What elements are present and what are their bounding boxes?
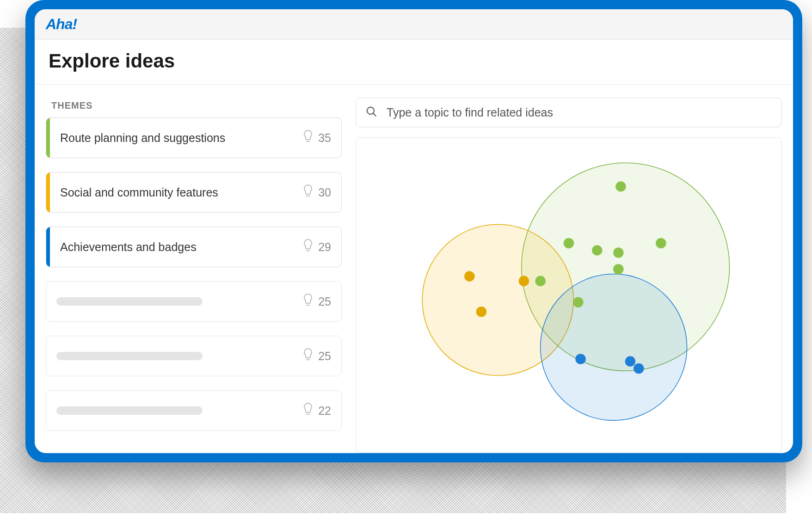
dot-green-2[interactable] [613, 247, 623, 258]
theme-card-5[interactable]: 22 [46, 390, 342, 431]
dot-green-5[interactable] [573, 297, 583, 307]
theme-accent [46, 172, 50, 212]
theme-card-3[interactable]: 25 [46, 281, 342, 322]
themes-sidebar: THEMES Route planning and suggestions35S… [46, 98, 342, 453]
lightbulb-icon [302, 293, 314, 310]
theme-card-0[interactable]: Route planning and suggestions35 [46, 117, 342, 158]
theme-card-1[interactable]: Social and community features30 [46, 172, 342, 213]
theme-accent [46, 118, 50, 158]
theme-accent [46, 227, 50, 267]
theme-label: Route planning and suggestions [50, 131, 302, 145]
theme-card-2[interactable]: Achievements and badges29 [46, 227, 342, 267]
brand-logo: Aha! [46, 16, 77, 33]
device-frame: Aha! Explore ideas THEMES Route planning… [25, 0, 802, 462]
dot-yellow-0[interactable] [464, 271, 474, 281]
cluster-visualization[interactable] [356, 137, 782, 453]
content-area: THEMES Route planning and suggestions35S… [35, 85, 793, 453]
theme-count: 22 [302, 402, 341, 419]
dot-green-6[interactable] [564, 238, 574, 248]
theme-count: 25 [302, 293, 341, 310]
dot-yellow-2[interactable] [519, 276, 529, 286]
lightbulb-icon [302, 239, 314, 255]
dot-green-3[interactable] [613, 264, 623, 274]
main-panel [356, 98, 782, 453]
cluster-blue[interactable] [541, 274, 687, 421]
theme-placeholder-bar [56, 352, 292, 360]
theme-count-value: 25 [318, 295, 331, 308]
topic-search-input[interactable] [387, 106, 772, 119]
theme-label: Achievements and badges [50, 240, 302, 254]
theme-placeholder-bar [56, 406, 292, 415]
svg-line-7 [373, 113, 376, 116]
cluster-svg [356, 138, 781, 453]
lightbulb-icon [302, 348, 314, 364]
themes-heading: THEMES [46, 98, 342, 117]
theme-placeholder-bar [56, 297, 292, 306]
dot-green-4[interactable] [656, 238, 666, 248]
theme-count: 29 [302, 239, 341, 255]
lightbulb-icon [302, 402, 314, 419]
dot-yellow-1[interactable] [476, 307, 486, 317]
page-title: Explore ideas [49, 50, 779, 72]
theme-count: 35 [302, 129, 341, 146]
dot-green-0[interactable] [615, 181, 626, 191]
page-header: Explore ideas [35, 40, 793, 85]
theme-count-value: 35 [318, 131, 331, 145]
app-window: Aha! Explore ideas THEMES Route planning… [35, 9, 793, 453]
dot-blue-0[interactable] [575, 354, 585, 364]
dot-green-7[interactable] [535, 276, 545, 286]
theme-count-value: 29 [318, 240, 331, 254]
theme-count: 25 [302, 348, 341, 364]
theme-label: Social and community features [50, 186, 302, 199]
dot-blue-2[interactable] [634, 363, 644, 374]
themes-list: Route planning and suggestions35Social a… [46, 117, 342, 431]
dot-blue-1[interactable] [625, 356, 635, 366]
lightbulb-icon [302, 184, 314, 201]
theme-count-value: 25 [318, 350, 331, 363]
theme-card-4[interactable]: 25 [46, 336, 342, 376]
lightbulb-icon [302, 129, 314, 146]
topic-search[interactable] [356, 98, 782, 127]
search-icon [365, 105, 377, 119]
titlebar: Aha! [35, 9, 793, 40]
dot-green-1[interactable] [592, 245, 602, 255]
theme-count: 30 [302, 184, 341, 201]
theme-count-value: 30 [318, 186, 331, 199]
theme-count-value: 22 [318, 404, 331, 418]
